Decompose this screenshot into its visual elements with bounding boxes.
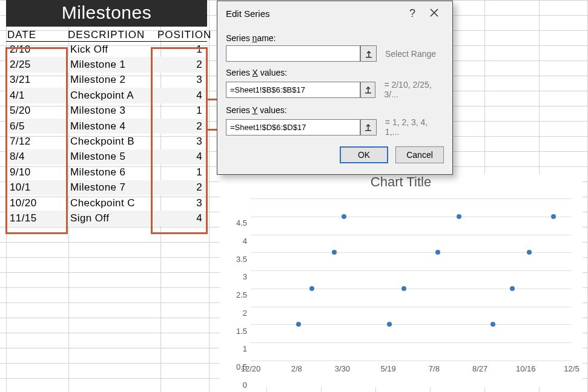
data-point[interactable] (387, 322, 392, 327)
series-name-input[interactable] (226, 45, 360, 62)
cell-date[interactable]: 10/20 (6, 197, 67, 209)
cell-description[interactable]: Kick Off (67, 44, 157, 56)
series-name-label: Series name: (226, 33, 444, 43)
table-row[interactable]: 3/21Milestone 23 (6, 73, 207, 88)
data-point[interactable] (491, 322, 495, 327)
close-button[interactable] (423, 8, 445, 19)
cell-date[interactable]: 6/5 (6, 120, 67, 132)
cell-position[interactable]: 1 (157, 105, 207, 117)
cell-description[interactable]: Milestone 6 (67, 166, 157, 178)
table-row[interactable]: 7/12Checkpoint B3 (6, 134, 207, 149)
scatter-chart[interactable]: Chart Title 00.511.522.533.544.5 12/202/… (219, 174, 583, 387)
plot-area[interactable] (251, 198, 572, 361)
data-point[interactable] (435, 250, 440, 255)
table-row[interactable]: 9/10Milestone 61 (6, 165, 207, 180)
cell-description[interactable]: Milestone 2 (67, 74, 157, 86)
x-tick: 12/20 (241, 364, 261, 373)
table-body: 2/10Kick Off12/25Milestone 123/21Milesto… (6, 42, 207, 226)
cell-date[interactable]: 9/10 (6, 166, 67, 178)
data-point[interactable] (296, 322, 301, 327)
collapse-icon (365, 50, 372, 58)
cell-position[interactable]: 3 (157, 74, 207, 86)
collapse-dialog-button[interactable] (360, 82, 375, 98)
cell-position[interactable]: 4 (157, 151, 207, 163)
series-x-label: Series X values: (226, 68, 444, 77)
series-y-hint: = 1, 2, 3, 4, 1,... (385, 117, 444, 137)
cell-position[interactable]: 3 (157, 136, 207, 148)
table-title: Milestones (6, 0, 207, 27)
cell-description[interactable]: Checkpoint B (67, 136, 157, 148)
table-row[interactable]: 10/20Checkpoint C3 (6, 195, 207, 211)
data-point[interactable] (401, 286, 406, 291)
cell-date[interactable]: 7/12 (6, 136, 67, 148)
cell-position[interactable]: 1 (157, 166, 207, 178)
table-row[interactable]: 2/10Kick Off1 (6, 42, 207, 57)
table-row[interactable]: 10/1Milestone 72 (6, 180, 207, 195)
data-point[interactable] (309, 286, 314, 291)
cell-position[interactable]: 2 (157, 120, 207, 132)
dialog-titlebar: Edit Series ? (217, 1, 452, 26)
header-date: DATE (6, 29, 67, 41)
cell-date[interactable]: 2/25 (6, 59, 67, 71)
cell-position[interactable]: 4 (157, 212, 207, 224)
data-point[interactable] (342, 214, 346, 219)
series-y-label: Series Y values: (226, 105, 444, 115)
x-tick: 8/27 (472, 364, 487, 373)
collapse-icon (365, 123, 372, 131)
cell-description[interactable]: Sign Off (67, 212, 157, 224)
cell-description[interactable]: Milestone 4 (67, 120, 157, 132)
table-row[interactable]: 8/4Milestone 54 (6, 149, 207, 165)
y-tick: 1.5 (219, 326, 247, 335)
table-row[interactable]: 5/20Milestone 31 (6, 103, 207, 119)
data-point[interactable] (551, 214, 556, 219)
data-point[interactable] (527, 250, 532, 255)
cell-description[interactable]: Checkpoint A (67, 90, 157, 102)
data-point[interactable] (510, 286, 515, 291)
cell-description[interactable]: Milestone 3 (67, 105, 157, 117)
collapse-dialog-button[interactable] (360, 45, 377, 62)
cell-position[interactable]: 3 (157, 197, 207, 209)
cell-description[interactable]: Milestone 1 (67, 59, 157, 71)
cell-position[interactable]: 2 (157, 59, 207, 71)
cell-position[interactable]: 1 (157, 44, 207, 56)
help-button[interactable]: ? (401, 7, 423, 20)
collapse-dialog-button[interactable] (360, 119, 377, 136)
x-tick: 5/19 (380, 364, 395, 373)
series-y-input[interactable] (226, 119, 360, 136)
x-tick: 3/30 (335, 364, 350, 373)
cell-position[interactable]: 4 (157, 90, 207, 102)
cell-description[interactable]: Milestone 7 (67, 181, 157, 194)
cell-date[interactable]: 2/10 (6, 44, 67, 56)
x-tick: 12/5 (564, 364, 579, 373)
data-point[interactable] (332, 250, 337, 255)
chart-title[interactable]: Chart Title (219, 174, 583, 190)
table-row[interactable]: 6/5Milestone 42 (6, 119, 207, 134)
x-tick: 7/8 (429, 364, 440, 373)
dialog-title: Edit Series (226, 8, 401, 19)
y-tick: 0 (219, 381, 247, 390)
series-x-input[interactable] (226, 82, 360, 98)
cell-date[interactable]: 5/20 (6, 105, 67, 117)
cell-date[interactable]: 8/4 (6, 151, 67, 163)
table-row[interactable]: 11/15Sign Off4 (6, 211, 207, 226)
table-row[interactable]: 2/25Milestone 12 (6, 57, 207, 72)
milestones-table: Milestones DATE DESCRIPTION POSITION 2/1… (6, 0, 207, 226)
cancel-button[interactable]: Cancel (395, 146, 444, 163)
svg-rect-2 (365, 130, 371, 131)
cell-date[interactable]: 3/21 (6, 74, 67, 86)
cell-date[interactable]: 4/1 (6, 90, 67, 102)
cell-description[interactable]: Milestone 5 (67, 151, 157, 163)
edit-series-dialog: Edit Series ? Series name: Select Range … (217, 1, 453, 175)
cell-date[interactable]: 11/15 (6, 212, 67, 224)
svg-rect-0 (366, 57, 372, 57)
table-row[interactable]: 4/1Checkpoint A4 (6, 88, 207, 103)
y-axis: 00.511.522.533.544.5 (219, 198, 247, 361)
y-tick: 4.5 (219, 218, 247, 227)
cell-date[interactable]: 10/1 (6, 181, 67, 194)
cell-position[interactable]: 2 (157, 181, 207, 194)
ok-button[interactable]: OK (340, 146, 388, 163)
cell-description[interactable]: Checkpoint C (67, 197, 157, 209)
series-x-hint: = 2/10, 2/25, 3/... (384, 80, 444, 99)
data-point[interactable] (457, 214, 461, 219)
y-tick: 3.5 (219, 254, 247, 263)
